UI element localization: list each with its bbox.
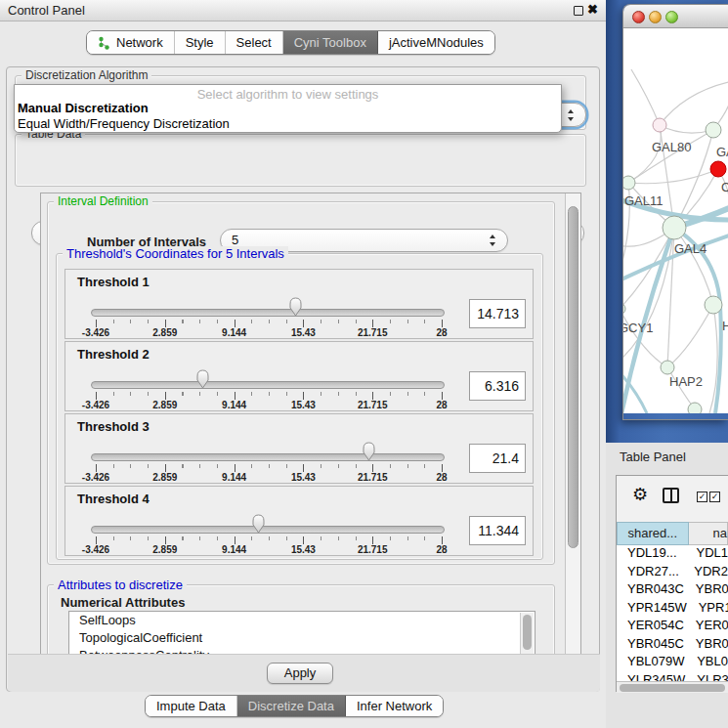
table-row[interactable]: YBR045CYBR0 <box>617 636 728 655</box>
network-edge[interactable] <box>674 228 713 305</box>
network-edge[interactable] <box>667 305 713 367</box>
panel-title: Control Panel <box>8 3 85 18</box>
table-row[interactable]: YPR145WYPR1 <box>617 600 728 619</box>
scrollbar-thumb[interactable] <box>620 684 725 692</box>
network-edge[interactable] <box>628 169 718 184</box>
tick-label: 28 <box>436 400 447 410</box>
slider-track[interactable] <box>91 453 445 461</box>
tick-label: 2.859 <box>152 327 177 338</box>
network-node-hap2[interactable] <box>661 361 674 374</box>
table-cell: YPR1 <box>687 600 728 619</box>
control-panel-titlebar: Control Panel ✖ <box>0 0 606 21</box>
network-node-gal80[interactable] <box>653 118 666 132</box>
tab-infer-network[interactable]: Infer Network <box>346 696 443 716</box>
network-edge[interactable] <box>660 82 728 125</box>
close-traffic-light[interactable] <box>632 11 645 23</box>
node-table: ⚙ ✓ ✓ shared... na YDL19...YDL1YDR27...Y… <box>616 475 728 692</box>
thresholds-group-title: Threshold's Coordinates for 5 Intervals <box>63 246 288 261</box>
network-node-gal11[interactable] <box>623 176 635 190</box>
split-view-icon[interactable] <box>663 488 679 503</box>
attribute-item-selfloops[interactable]: SelfLoops <box>69 612 535 629</box>
combo-arrows-icon <box>490 235 496 246</box>
column-header-shared[interactable]: shared... <box>617 522 689 545</box>
close-icon[interactable]: ✖ <box>587 2 598 17</box>
network-edge[interactable] <box>628 130 713 183</box>
settings-vertical-scrollbar[interactable] <box>565 193 580 654</box>
table-cell: YER054C <box>617 618 684 636</box>
table-cell: YDR2 <box>682 564 728 582</box>
network-canvas[interactable]: GAL80GACGAL11GAL4GCY1HHAP2 <box>623 28 728 413</box>
slider-track[interactable] <box>91 381 445 389</box>
network-node[interactable] <box>688 403 702 413</box>
table-row[interactable]: YDL19...YDL1 <box>617 545 728 564</box>
network-edge[interactable] <box>631 69 660 125</box>
tab-label: Infer Network <box>357 699 432 713</box>
table-cell: YBL079W <box>617 654 685 672</box>
slider-handle[interactable] <box>288 296 303 318</box>
network-view-window[interactable]: GAL80GACGAL11GAL4GCY1HHAP2 <box>622 4 728 420</box>
cyni-toolbox-panel: Discretization Algorithm Table Data galF… <box>6 66 600 692</box>
threshold-label: Threshold 1 <box>77 275 150 289</box>
table-horizontal-scrollbar[interactable] <box>617 681 728 693</box>
tab-label: Cyni Toolbox <box>294 35 366 50</box>
tick-label: -3.426 <box>82 472 109 483</box>
tab-jactivemnodules[interactable]: jActiveMNodules <box>378 31 494 54</box>
network-node-gal4[interactable] <box>663 216 686 239</box>
slider-track[interactable] <box>91 526 445 534</box>
attribute-item-topologicalcoefficient[interactable]: TopologicalCoefficient <box>69 629 535 647</box>
tab-style[interactable]: Style <box>175 31 226 54</box>
tab-label: Network <box>116 35 163 50</box>
checkbox-icon[interactable]: ✓ <box>709 492 720 502</box>
float-window-icon[interactable] <box>574 6 583 16</box>
table-row[interactable]: YER054CYER0 <box>617 618 728 636</box>
column-header-name[interactable]: na <box>689 522 728 545</box>
scrollbar-thumb[interactable] <box>523 615 532 650</box>
numerical-attributes-list[interactable]: SelfLoopsTopologicalCoefficientBetweenne… <box>68 611 535 655</box>
threshold-value-field[interactable]: 14.713 <box>469 299 526 328</box>
minimize-traffic-light[interactable] <box>649 11 662 23</box>
tab-network[interactable]: Network <box>87 31 175 54</box>
tab-discretize-data[interactable]: Discretize Data <box>237 696 346 716</box>
network-node-h[interactable] <box>705 296 722 314</box>
tab-impute-data[interactable]: Impute Data <box>146 696 237 716</box>
tick-label: 21.715 <box>358 400 388 410</box>
network-node-label: GA <box>716 145 728 159</box>
tab-cyni-toolbox[interactable]: Cyni Toolbox <box>283 31 378 54</box>
threshold-label: Threshold 4 <box>77 492 150 506</box>
threshold-panel-3: Threshold 3-3.4262.8599.14415.4321.71528… <box>64 413 534 484</box>
zoom-traffic-light[interactable] <box>665 11 678 23</box>
tab-select[interactable]: Select <box>226 31 283 54</box>
slider-handle[interactable] <box>362 441 376 462</box>
table-row[interactable]: YDR27...YDR2 <box>617 564 728 582</box>
network-node-c[interactable] <box>710 161 726 177</box>
threshold-value-field[interactable]: 6.316 <box>469 371 526 401</box>
apply-button[interactable]: Apply <box>267 663 333 684</box>
scrollbar-thumb[interactable] <box>568 206 578 548</box>
popup-option-manual-discretization[interactable]: Manual Discretization <box>15 101 561 116</box>
algorithm-dropdown-popup: Select algorithm to view settings Manual… <box>14 84 562 133</box>
attributes-group-title: Attributes to discretize <box>54 578 187 592</box>
gear-icon[interactable]: ⚙ <box>632 486 648 503</box>
network-node-label: GCY1 <box>623 321 653 335</box>
tick-label: 9.144 <box>222 544 246 555</box>
popup-hint: Select algorithm to view settings <box>15 85 561 101</box>
network-node-label: C <box>721 180 728 194</box>
attributes-list-scrollbar[interactable] <box>520 613 534 655</box>
checkbox-icon[interactable]: ✓ <box>697 492 707 502</box>
tick-label: 15.43 <box>291 544 316 555</box>
slider-track[interactable] <box>91 309 445 317</box>
threshold-value-field[interactable]: 11.344 <box>469 516 526 545</box>
popup-option-equal-width[interactable]: Equal Width/Frequency Discretization <box>15 116 561 132</box>
tick-label: 28 <box>436 472 447 483</box>
network-node-ga[interactable] <box>706 122 721 138</box>
threshold-value-field[interactable]: 21.4 <box>469 444 526 473</box>
table-row[interactable]: YBL079WYBL0 <box>617 654 728 672</box>
combo-arrows-icon <box>568 109 575 121</box>
slider-handle[interactable] <box>195 368 210 390</box>
slider-handle[interactable] <box>251 513 266 535</box>
slider-ticks <box>96 536 444 544</box>
table-row[interactable]: YLR345WYLR3 <box>617 672 728 682</box>
network-node-gcy1[interactable] <box>623 303 625 315</box>
control-panel: Control Panel ✖ NetworkStyleSelectCyni T… <box>0 0 606 728</box>
table-row[interactable]: YBR043CYBR0 <box>617 581 728 600</box>
